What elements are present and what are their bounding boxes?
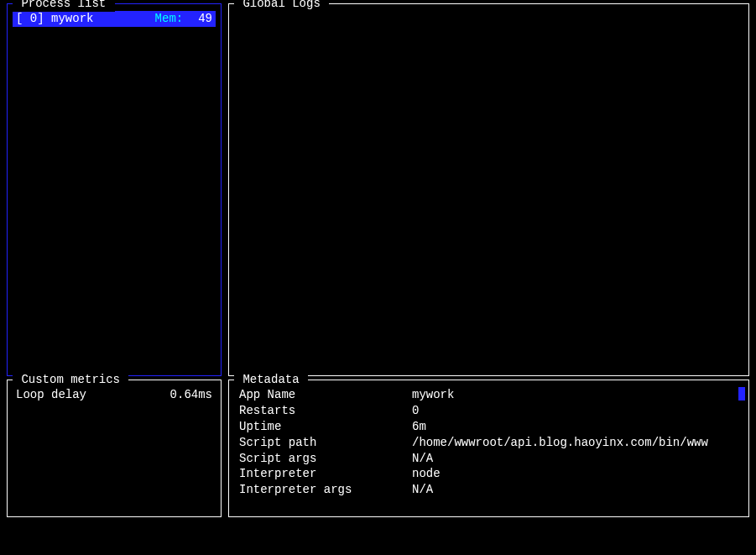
process-list-title: Process list [13, 0, 115, 12]
metadata-row: Restarts 0 [239, 403, 738, 419]
metadata-panel[interactable]: Metadata App Name mywork Restarts 0 Upti… [228, 380, 749, 517]
metadata-label-uptime: Uptime [239, 419, 412, 435]
metric-row: Loop delay 0.64ms [13, 387, 216, 403]
metadata-row: Interpreter node [239, 466, 738, 482]
metadata-label-interpreterargs: Interpreter args [239, 482, 412, 498]
process-list-panel[interactable]: Process list [ 0] mywork Mem:49 [7, 3, 222, 376]
footer: left/right: switch boards | up/down/mous… [7, 522, 749, 555]
process-id: 0 [30, 11, 37, 27]
metadata-value-scriptpath: /home/wwwroot/api.blog.haoyinx.com/bin/w… [412, 435, 738, 451]
metric-label: Loop delay [16, 387, 170, 403]
global-logs-title: Global Logs [234, 0, 329, 12]
metadata-label-scriptargs: Script args [239, 451, 412, 467]
metadata-row: Uptime 6m [239, 419, 738, 435]
metadata-row: Script path /home/wwwroot/api.blog.haoyi… [239, 435, 738, 451]
metadata-value-interpreter: node [412, 466, 738, 482]
metadata-value-interpreterargs: N/A [412, 482, 738, 498]
metadata-label-restarts: Restarts [239, 403, 412, 419]
metadata-value-appname: mywork [412, 387, 738, 403]
custom-metrics-title: Custom metrics [13, 372, 128, 388]
metadata-value-restarts: 0 [412, 403, 738, 419]
process-mem-label: Mem: [155, 11, 184, 27]
metadata-title: Metadata [234, 372, 308, 388]
metadata-row: App Name mywork [239, 387, 738, 403]
scroll-indicator[interactable] [738, 387, 745, 401]
process-mem-value: 49 [198, 11, 212, 27]
metadata-value-scriptargs: N/A [412, 451, 738, 467]
process-name: mywork [51, 11, 93, 27]
metadata-value-uptime: 6m [412, 419, 738, 435]
process-id-bracket-close: ] [37, 11, 51, 27]
process-id-bracket-open: [ [16, 11, 30, 27]
metadata-label-interpreter: Interpreter [239, 466, 412, 482]
global-logs-panel[interactable]: Global Logs [228, 3, 749, 376]
metadata-label-appname: App Name [239, 387, 412, 403]
metric-value: 0.64ms [170, 387, 212, 403]
metadata-row: Script args N/A [239, 451, 738, 467]
metadata-row: Interpreter args N/A [239, 482, 738, 498]
metadata-label-scriptpath: Script path [239, 435, 412, 451]
custom-metrics-panel[interactable]: Custom metrics Loop delay 0.64ms [7, 380, 222, 517]
process-row[interactable]: [ 0] mywork Mem:49 [13, 11, 216, 27]
